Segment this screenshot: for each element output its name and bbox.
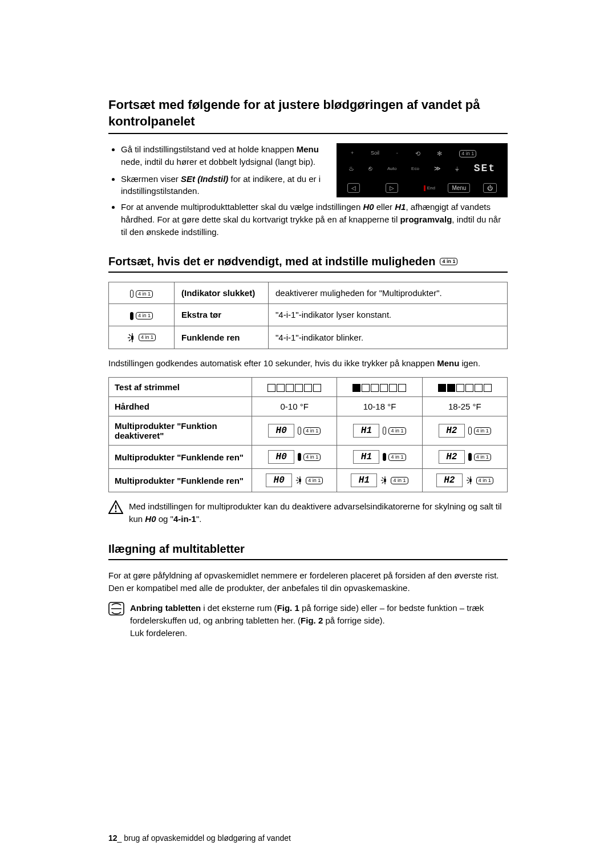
bullet-enter-settings: Gå til indstillingstilstand ved at holde… (121, 143, 325, 168)
heading-multitablets: Ilægning af multitabletter (108, 543, 508, 560)
panel-set-display: SEt (474, 163, 496, 174)
strip-cell (337, 378, 422, 397)
svg-line-9 (297, 477, 299, 479)
svg-line-10 (297, 482, 299, 484)
table-row: Test af strimmel (109, 378, 508, 397)
panel-right-key: ▷ (386, 183, 398, 193)
indicator-off-icon (383, 427, 386, 435)
cell: H04 in 1 (252, 446, 337, 469)
section-intro: Gå til indstillingstilstand ved at holde… (108, 143, 508, 203)
cell: H24 in 1 (422, 416, 507, 446)
para-autosave: Indstillingen godkendes automatisk efter… (108, 357, 508, 370)
panel-end-label: End (424, 185, 435, 191)
panel-icon: ⏚ (455, 165, 459, 172)
code: H2 (439, 450, 465, 464)
panel-4in1-icon: 4 in 1 (459, 150, 476, 157)
text: ". (196, 514, 202, 524)
table-row: Multiprodukter "Funklende ren" H04 in 1 … (109, 446, 508, 469)
svg-line-15 (382, 477, 384, 479)
indicator-on-icon (468, 453, 472, 461)
panel-icon: ≫ (434, 165, 441, 172)
bullet-set-shown: Skærmen viser SEt (Indstil) for at indik… (121, 173, 325, 198)
four-in-one-icon: 4 in 1 (388, 427, 406, 435)
h1: H1 (395, 202, 406, 212)
icon-cell: 4 in 1 (109, 304, 175, 326)
table-row: Hårdhed 0-10 °F 10-18 °F 18-25 °F (109, 397, 508, 416)
text: Luk fordeleren. (130, 628, 187, 638)
icon-cell: 4 in 1 (109, 282, 175, 304)
indicator-on-icon (383, 453, 386, 461)
row-desc: deaktiverer muligheden for "Multiprodukt… (269, 282, 508, 304)
panel-menu-key: Menu (448, 183, 470, 193)
code: H1 (353, 450, 379, 464)
panel-auto: Auto (387, 166, 396, 171)
code: H0 (268, 450, 294, 464)
four-in-one-icon: 4 in 1 (476, 477, 493, 484)
page: Fortsæt med følgende for at justere blød… (0, 0, 616, 846)
cell: H14 in 1 (337, 469, 422, 492)
code: H2 (439, 424, 465, 438)
row-label: Multiprodukter "Funklende ren" (109, 469, 252, 492)
note-icon (108, 602, 124, 639)
bullet-multiproduct: For at anvende multiprodukttabletter ska… (108, 201, 508, 238)
text: eller (374, 202, 395, 212)
four-in-one-icon: 4 in 1 (136, 290, 153, 298)
four-in-one-icon: 4 in 1 (139, 334, 156, 341)
para-dispenser: For at gøre påfyldning af opvaskemidlet … (108, 569, 508, 594)
page-footer: 12_ brug af opvaskemiddel og blødgøring … (108, 833, 508, 843)
program-select: programvalg (400, 214, 452, 224)
panel-left-key: ◁ (347, 183, 360, 193)
sep: _ (117, 833, 124, 843)
row-label: Funklende ren (175, 326, 269, 349)
tips-note: Anbring tabletten i det eksterne rum (Fi… (108, 602, 508, 639)
text: Gå til indstillingstilstand ved at holde… (121, 144, 297, 154)
table-row: 4 in 1 Ekstra tør "4-i-1"-indikator lyse… (109, 304, 508, 326)
svg-rect-11 (299, 479, 301, 483)
text: på forrige side). (323, 616, 384, 625)
four-in-one-icon: 4 in 1 (306, 477, 323, 484)
indicator-blink-icon (466, 476, 475, 485)
heading-softening: Fortsæt med følgende for at justere blød… (108, 97, 508, 134)
indicator-on-icon (298, 453, 301, 461)
panel-minus: - (396, 150, 398, 157)
tips-text: Anbring tabletten i det eksterne rum (Fi… (130, 602, 508, 639)
indicator-on-icon (130, 312, 133, 320)
heading-text: Fortsæt, hvis det er nødvendigt, med at … (108, 255, 435, 268)
code: H1 (351, 473, 377, 487)
fig1: Fig. 1 (277, 603, 299, 613)
row-label: Multiprodukter "Funktion deaktiveret" (109, 416, 252, 446)
four-in-one-icon: 4 in 1 (391, 477, 408, 484)
four-in-one-icon: 4 in 1 (136, 312, 153, 319)
panel-plus: + (351, 150, 354, 157)
indicator-off-icon (468, 427, 472, 435)
text: i det eksterne rum ( (201, 603, 277, 613)
four-in-one-icon: 4 in 1 (474, 454, 491, 461)
row-label: Ekstra tør (175, 304, 269, 326)
text: og " (156, 514, 173, 524)
panel-icon: ♨ (348, 165, 354, 172)
svg-line-4 (129, 339, 131, 341)
cell: H14 in 1 (337, 446, 422, 469)
text: Anbring tabletten (130, 603, 201, 613)
text: nede, indtil du hører et dobbelt lydsign… (121, 157, 315, 167)
row-desc: "4-i-1"-indikator blinker. (269, 326, 508, 349)
row-desc: "4-i-1"-indikator lyser konstant. (269, 304, 508, 326)
cell: H14 in 1 (337, 416, 422, 446)
four-in-one-icon: 4 in 1 (440, 258, 457, 265)
heading-continue-4in1: Fortsæt, hvis det er nødvendigt, med at … (108, 255, 508, 273)
panel-icon: ⎋ (368, 165, 372, 172)
table-indicator-states: 4 in 1 (Indikator slukket) deaktiverer m… (108, 282, 508, 349)
code: H2 (436, 473, 463, 487)
cell: H04 in 1 (252, 469, 337, 492)
indicator-blink-icon (127, 333, 137, 343)
warning-text: Med indstillingen for multiprodukter kan… (129, 500, 508, 525)
four-in-one-icon: 4 in 1 (303, 427, 321, 435)
indicator-off-icon (298, 427, 301, 435)
indicator-off-icon (130, 290, 133, 298)
four-in-one-icon: 4 in 1 (303, 454, 321, 461)
warning-icon (108, 500, 123, 525)
row-label: (Indikator slukket) (175, 282, 269, 304)
4in1-word: 4-in-1 (173, 514, 196, 524)
cell: H24 in 1 (422, 469, 507, 492)
table-row: 4 in 1 (Indikator slukket) deaktiverer m… (109, 282, 508, 304)
